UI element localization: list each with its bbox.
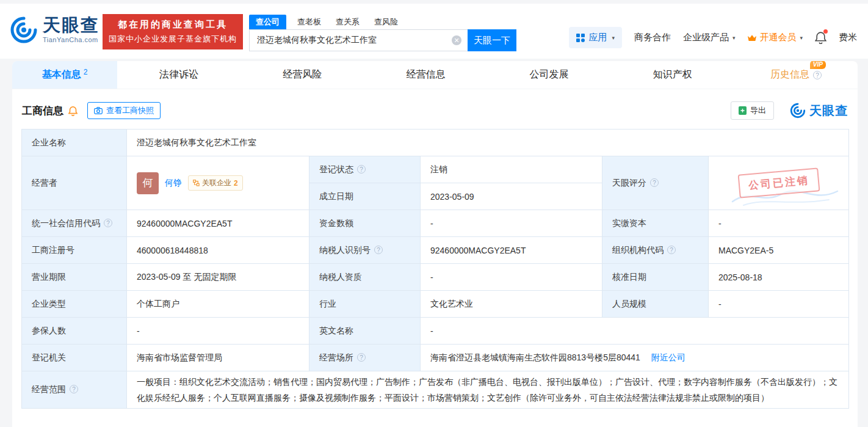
brand-domain: TianYanCha.com	[43, 36, 99, 43]
tab-operating-risk[interactable]: 经营风险	[241, 61, 364, 89]
tianyancha-logo[interactable]: 天眼查 TianYanCha.com	[10, 16, 99, 44]
search-tab-company[interactable]: 查公司	[249, 15, 286, 29]
help-icon[interactable]: ?	[813, 71, 822, 79]
taxpayer-id-value: 92460000MACGY2EA5T	[421, 237, 602, 264]
industry-label: 行业	[309, 291, 421, 318]
staff-size-label: 人员规模	[602, 291, 709, 318]
tab-basic-info[interactable]: 基本信息 2	[12, 61, 117, 89]
export-icon	[739, 106, 747, 115]
approval-date-value: 2025-08-18	[709, 264, 849, 291]
table-row: 经营者 何 何铮 关联企业 2	[22, 156, 849, 183]
search-button[interactable]: 天眼一下	[468, 29, 516, 51]
search-input-wrap: ✕	[249, 29, 468, 51]
help-icon[interactable]: ?	[357, 353, 366, 362]
credit-code-value: 92460000MACGY2EA5T	[127, 210, 309, 237]
username[interactable]: 费米	[839, 32, 857, 43]
snapshot-label: 查看工商快照	[106, 105, 154, 116]
monitor-bell-icon[interactable]	[68, 106, 78, 116]
promo-banner: 都在用的商业查询工具 国家中小企业发展子基金旗下机构	[103, 14, 243, 49]
approval-date-label: 核准日期	[602, 264, 709, 291]
tab-history-info[interactable]: 历史信息 VIP ?	[734, 61, 858, 89]
operator-name-link[interactable]: 何铮	[165, 178, 182, 189]
search-tab-relation[interactable]: 查关系	[336, 15, 360, 29]
company-type-value: 个体工商户	[127, 291, 309, 318]
enterprise-label: 企业级产品	[683, 32, 729, 43]
operator-avatar[interactable]: 何	[137, 172, 159, 194]
search-tab-risk[interactable]: 查风险	[374, 15, 398, 29]
chevron-down-icon: ▾	[612, 35, 615, 41]
help-icon[interactable]: ?	[374, 246, 383, 254]
tab-basic-label: 基本信息	[42, 68, 81, 81]
notification-dot	[823, 29, 828, 34]
table-row: 统一社会信用代码? 92460000MACGY2EA5T 资金数额 - 实缴资本…	[22, 210, 849, 237]
paid-capital-label: 实缴资本	[602, 210, 709, 237]
table-row: 工商注册号 460000618448818 纳税人识别号? 92460000MA…	[22, 237, 849, 264]
related-companies-badge[interactable]: 关联企业 2	[188, 175, 243, 191]
snapshot-button[interactable]: 查看工商快照	[87, 102, 161, 119]
promo-line2: 国家中小企业发展子基金旗下机构	[109, 34, 237, 45]
clear-icon[interactable]: ✕	[452, 35, 461, 45]
reg-number-label: 工商注册号	[22, 237, 127, 264]
company-tabs: 基本信息 2 法律诉讼 经营风险 经营信息 公司发展 知识产权 历史信息 VIP…	[12, 61, 858, 89]
related-companies-icon	[193, 180, 200, 186]
tab-basic-count: 2	[84, 68, 88, 76]
company-type-label: 企业类型	[22, 291, 127, 318]
table-row: 参保人数 - 英文名称 -	[22, 318, 849, 345]
search-tabs: 查公司 查老板 查关系 查风险	[249, 15, 516, 29]
industry-value: 文化艺术业	[421, 291, 602, 318]
apps-label: 应用	[588, 32, 607, 43]
search-block: 查公司 查老板 查关系 查风险 ✕ 天眼一下	[249, 15, 516, 51]
operator-label: 经营者	[22, 156, 127, 210]
table-row: 企业类型 个体工商户 行业 文化艺术业 人员规模 -	[22, 291, 849, 318]
help-icon[interactable]: ?	[650, 178, 659, 187]
credit-code-label: 统一社会信用代码?	[22, 210, 127, 237]
table-row: 经营范围? 一般项目：组织文化艺术交流活动；销售代理；国内贸易代理；广告制作；广…	[22, 371, 849, 409]
nav-enterprise-products[interactable]: 企业级产品 ▾	[683, 32, 736, 43]
reg-authority-label: 登记机关	[22, 345, 127, 371]
export-button[interactable]: 导出	[731, 101, 774, 120]
search-input[interactable]	[250, 30, 468, 51]
tab-legal[interactable]: 法律诉讼	[117, 61, 241, 89]
reg-status-value: 注销	[421, 156, 602, 183]
vip-label: 开通会员	[759, 32, 796, 43]
reg-status-label: 登记状态?	[309, 156, 421, 183]
section-header: 工商信息 查看工商快照	[12, 89, 858, 128]
help-icon[interactable]: ?	[104, 219, 112, 227]
insured-count-value: -	[127, 318, 309, 345]
section-title: 工商信息	[22, 104, 63, 118]
taxpayer-quality-label: 纳税人资质	[309, 264, 421, 291]
company-card: 基本信息 2 法律诉讼 经营风险 经营信息 公司发展 知识产权 历史信息 VIP…	[12, 61, 858, 427]
tab-operating-info[interactable]: 经营信息	[364, 61, 487, 89]
help-icon[interactable]: ?	[667, 246, 676, 254]
business-info-table: 企业名称 澄迈老城何秋事文化艺术工作室 经营者 何 何铮	[21, 129, 849, 409]
business-place-label: 经营场所?	[309, 345, 421, 371]
insured-count-label: 参保人数	[22, 318, 127, 345]
reg-authority-value: 海南省市场监督管理局	[127, 345, 309, 371]
site-header: 天眼查 TianYanCha.com 都在用的商业查询工具 国家中小企业发展子基…	[0, 4, 868, 59]
help-icon[interactable]: ?	[357, 165, 366, 173]
help-icon[interactable]: ?	[70, 385, 78, 393]
english-name-value: -	[421, 318, 849, 345]
staff-size-value: -	[709, 291, 849, 318]
search-tab-boss[interactable]: 查老板	[297, 15, 321, 29]
nav-business-cooperation[interactable]: 商务合作	[634, 32, 671, 43]
notification-bell-icon[interactable]	[815, 31, 826, 44]
score-cell: 公司已注销	[709, 156, 849, 210]
org-code-value: MACGY2EA-5	[709, 237, 849, 264]
tianyan-score-label: 天眼评分?	[602, 156, 709, 210]
tab-intellectual-property[interactable]: 知识产权	[611, 61, 734, 89]
crown-icon	[747, 34, 757, 42]
taxpayer-id-label: 纳税人识别号?	[309, 237, 421, 264]
tianyancha-eye-icon	[790, 103, 806, 119]
tianyancha-eye-icon	[10, 16, 38, 44]
reg-number-value: 460000618448818	[127, 237, 309, 264]
promo-line1: 都在用的商业查询工具	[109, 19, 237, 31]
nearby-companies-link[interactable]: 附近公司	[651, 352, 685, 362]
brand-name: 天眼查	[43, 16, 99, 34]
apps-button[interactable]: 应用 ▾	[569, 27, 622, 48]
tab-company-development[interactable]: 公司发展	[488, 61, 611, 89]
table-row: 营业期限 2023-05-09 至 无固定期限 纳税人资质 - 核准日期 202…	[22, 264, 849, 291]
nav-open-vip[interactable]: 开通会员 ▾	[747, 32, 803, 43]
company-name-label: 企业名称	[22, 130, 127, 156]
watermark-text: 天眼查	[809, 103, 848, 119]
